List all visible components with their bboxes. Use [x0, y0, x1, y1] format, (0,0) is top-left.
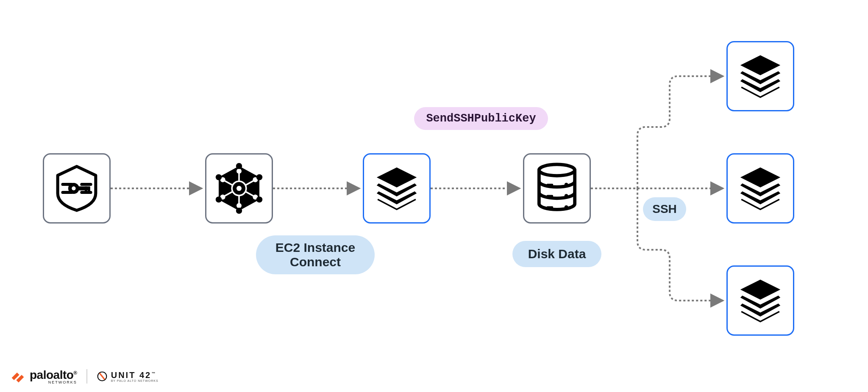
svg-point-4: [72, 186, 75, 190]
footer-brands: paloalto® NETWORKS UNIT 42™ BY PALO ALTO…: [10, 368, 159, 384]
diagram-canvas: SendSSHPublicKey EC2 Instance Connect Di…: [0, 0, 868, 392]
layer-stack-icon: [372, 163, 422, 213]
layer-stack-icon: [735, 276, 785, 326]
network-node: [205, 153, 273, 224]
svg-rect-3: [88, 186, 90, 192]
ec2ic-line2: Connect: [290, 255, 341, 270]
svg-point-20: [539, 164, 575, 176]
svg-point-26: [565, 205, 568, 209]
database-icon: [533, 163, 581, 214]
unit42-logo: UNIT 42™ BY PALO ALTO NETWORKS: [97, 370, 159, 382]
target-stack-c: [726, 265, 794, 336]
ec2ic-line1: EC2 Instance: [275, 240, 355, 255]
svg-rect-21: [547, 184, 554, 186]
svg-rect-25: [547, 206, 554, 209]
key-shield-icon: [52, 163, 102, 213]
svg-point-17: [216, 196, 222, 202]
sendssh-label: SendSSHPublicKey: [414, 107, 548, 130]
paloalto-logo: paloalto® NETWORKS: [10, 368, 77, 384]
paloalto-mark-icon: [10, 369, 25, 384]
svg-point-6: [236, 168, 242, 174]
svg-point-12: [236, 186, 242, 191]
svg-point-15: [256, 196, 262, 202]
target-stack-b: [726, 153, 794, 224]
database-node: [523, 153, 591, 224]
svg-point-13: [236, 163, 242, 169]
svg-point-14: [256, 174, 262, 180]
unit42-sub: BY PALO ALTO NETWORKS: [111, 379, 159, 382]
svg-marker-29: [740, 279, 780, 299]
svg-point-24: [565, 194, 568, 198]
svg-point-16: [236, 208, 242, 214]
layer-stack-icon: [735, 51, 785, 101]
target-stack-a: [726, 41, 794, 111]
svg-marker-28: [740, 167, 780, 187]
svg-point-22: [565, 183, 568, 187]
svg-marker-19: [377, 167, 417, 187]
unit42-mark-icon: [97, 371, 108, 382]
stack-node-ec2: [363, 153, 431, 224]
svg-marker-27: [740, 55, 780, 75]
ec2-instance-connect-label: EC2 Instance Connect: [256, 235, 375, 274]
svg-rect-2: [85, 186, 87, 193]
ssh-label: SSH: [643, 197, 686, 221]
hex-network-icon: [214, 163, 264, 214]
disk-data-label: Disk Data: [512, 241, 601, 267]
layer-stack-icon: [735, 163, 785, 213]
footer-divider: [86, 369, 87, 384]
svg-point-7: [236, 203, 242, 208]
svg-rect-23: [547, 195, 554, 198]
svg-point-18: [216, 174, 222, 180]
unit42-text: UNIT 42™: [111, 370, 159, 380]
key-node: [43, 153, 111, 224]
edge-db-to-targetA: [637, 76, 723, 188]
